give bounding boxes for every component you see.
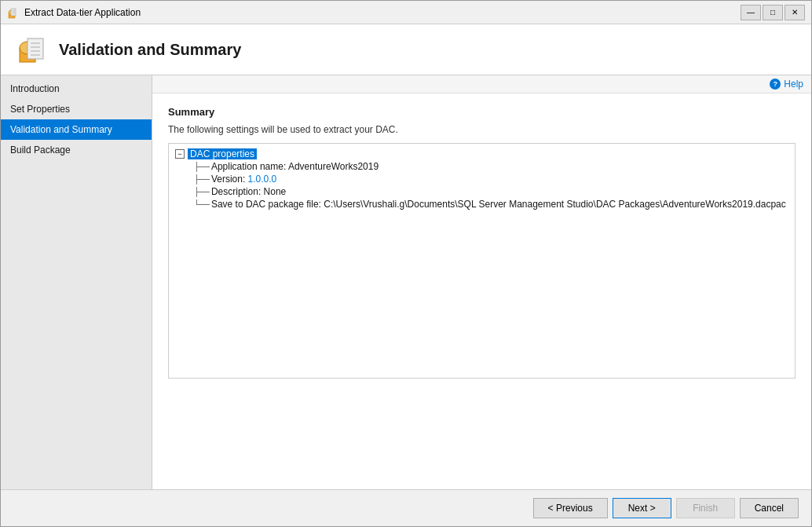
tree-line-4: └── bbox=[194, 199, 210, 210]
minimize-button[interactable]: — bbox=[741, 5, 761, 20]
cancel-button[interactable]: Cancel bbox=[740, 498, 799, 518]
help-icon: ? bbox=[770, 79, 781, 90]
tree-child-text-3: Description: None bbox=[211, 186, 286, 197]
tree-item-description: ├── Description: None bbox=[194, 186, 788, 197]
footer-area: < Previous Next > Finish Cancel bbox=[1, 489, 811, 526]
tree-root-label: DAC properties bbox=[188, 148, 257, 159]
summary-description: The following settings will be used to e… bbox=[168, 124, 796, 135]
help-label: Help bbox=[784, 79, 803, 90]
next-button[interactable]: Next > bbox=[613, 498, 671, 518]
title-bar: Extract Data-tier Application — □ ✕ bbox=[1, 1, 811, 24]
title-bar-text: Extract Data-tier Application bbox=[24, 7, 741, 18]
tree-line-2: ├── bbox=[194, 174, 210, 185]
sidebar-item-build-package[interactable]: Build Package bbox=[1, 140, 152, 160]
maximize-button[interactable]: □ bbox=[763, 5, 783, 20]
help-bar: ? Help bbox=[152, 75, 811, 93]
tree-expand-button[interactable]: − bbox=[175, 149, 185, 159]
window-icon bbox=[7, 6, 20, 19]
sidebar-item-validation-summary[interactable]: Validation and Summary bbox=[1, 119, 152, 140]
tree-container: − DAC properties ├── Application name: A… bbox=[168, 143, 796, 379]
summary-heading: Summary bbox=[168, 106, 796, 118]
help-link[interactable]: ? Help bbox=[770, 79, 803, 90]
sidebar-item-set-properties[interactable]: Set Properties bbox=[1, 99, 152, 119]
tree-item-app-name: ├── Application name: AdventureWorks2019 bbox=[194, 161, 788, 172]
content-body: Summary The following settings will be u… bbox=[152, 93, 811, 489]
header-icon bbox=[16, 34, 48, 65]
tree-child-text-2: Version: 1.0.0.0 bbox=[211, 174, 276, 185]
finish-button: Finish bbox=[676, 498, 735, 518]
main-window: Extract Data-tier Application — □ ✕ Vali bbox=[0, 0, 812, 527]
tree-root-node: − DAC properties bbox=[175, 148, 788, 159]
tree-child-text-4: Save to DAC package file: C:\Users\Vrush… bbox=[211, 199, 786, 210]
svg-rect-2 bbox=[11, 9, 16, 16]
tree-item-version: ├── Version: 1.0.0.0 bbox=[194, 174, 788, 185]
main-area: Introduction Set Properties Validation a… bbox=[1, 75, 811, 489]
page-title: Validation and Summary bbox=[59, 41, 241, 59]
tree-child-text-1: Application name: AdventureWorks2019 bbox=[211, 161, 379, 172]
close-button[interactable]: ✕ bbox=[785, 5, 805, 20]
tree-line-1: ├── bbox=[194, 162, 210, 172]
svg-rect-8 bbox=[27, 38, 43, 59]
sidebar-item-introduction[interactable]: Introduction bbox=[1, 79, 152, 99]
window-content: Validation and Summary Introduction Set … bbox=[1, 24, 811, 489]
tree-children: ├── Application name: AdventureWorks2019… bbox=[194, 161, 788, 210]
header-area: Validation and Summary bbox=[1, 24, 811, 75]
title-bar-controls: — □ ✕ bbox=[741, 5, 805, 20]
tree-line-3: ├── bbox=[194, 187, 210, 197]
sidebar: Introduction Set Properties Validation a… bbox=[1, 75, 152, 489]
tree-item-save-path: └── Save to DAC package file: C:\Users\V… bbox=[194, 199, 788, 210]
previous-button[interactable]: < Previous bbox=[533, 498, 608, 518]
version-highlight: 1.0.0.0 bbox=[248, 174, 277, 185]
content-area: ? Help Summary The following settings wi… bbox=[152, 75, 811, 489]
